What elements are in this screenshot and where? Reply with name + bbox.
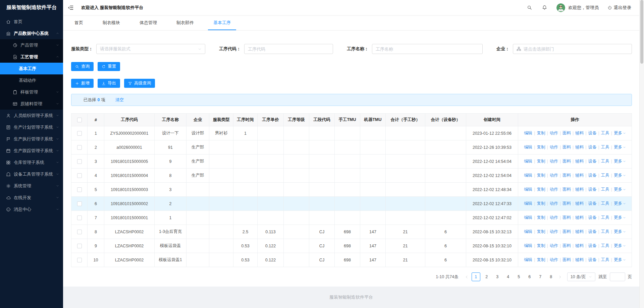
sidebar-item-11[interactable]: 生产跟踪管理子系统	[0, 145, 63, 157]
page-button-7[interactable]: 7	[536, 272, 545, 281]
sidebar-item-12[interactable]: 仓库管理子系统	[0, 157, 63, 168]
table-row[interactable]: 7109180101500000112022-12-02 12:47:02编辑|…	[71, 211, 632, 225]
row-action-5[interactable]: 设备	[588, 215, 596, 221]
sidebar-item-4[interactable]: 基本工序	[0, 63, 63, 74]
sidebar-item-13[interactable]: 设备工具管理子系统	[0, 168, 63, 180]
table-row[interactable]: 410918010150000048生产部2022-12-02 12:54:04…	[71, 169, 632, 183]
row-action-5[interactable]: 设备	[588, 144, 596, 150]
row-action-4[interactable]: 辅料	[575, 159, 584, 164]
sidebar-item-6[interactable]: 样板管理	[0, 86, 63, 98]
row-action-4[interactable]: 辅料	[575, 173, 584, 178]
row-action-3[interactable]: 面料	[562, 130, 571, 136]
table-row[interactable]: 8LZACSHP00021-3合后育克2.50.113CJ69814721620…	[71, 225, 632, 239]
tab-0[interactable]: 首页	[72, 15, 85, 30]
row-action-4[interactable]: 辅料	[575, 130, 584, 136]
menu-fold-icon[interactable]	[68, 5, 74, 11]
row-action-6[interactable]: 工具	[601, 187, 609, 192]
row-action-5[interactable]: 设备	[588, 243, 596, 249]
row-action-1[interactable]: 复制	[537, 215, 545, 221]
page-button-2[interactable]: 2	[482, 272, 491, 281]
row-action-6[interactable]: 工具	[601, 257, 609, 263]
row-action-2[interactable]: 动作	[550, 144, 558, 150]
row-action-4[interactable]: 辅料	[575, 144, 584, 150]
row-action-2[interactable]: 动作	[550, 201, 558, 206]
row-action-4[interactable]: 辅料	[575, 229, 584, 235]
page-button-5[interactable]: 5	[515, 272, 523, 281]
row-action-4[interactable]: 辅料	[575, 187, 584, 192]
row-checkbox[interactable]	[77, 159, 82, 164]
row-action-2[interactable]: 动作	[550, 187, 558, 192]
process-code-input[interactable]	[248, 44, 329, 54]
sidebar-item-10[interactable]: 生产执行管理子系统	[0, 133, 63, 145]
row-action-1[interactable]: 复制	[537, 187, 545, 192]
row-action-0[interactable]: 编辑	[524, 144, 532, 150]
tab-4[interactable]: 基本工序	[211, 15, 233, 30]
table-row[interactable]: 1ZYSJ000002000001设计一下设计部男衬衫12023-01-12 2…	[71, 126, 632, 140]
page-button-1[interactable]: 1	[472, 272, 480, 281]
select-all-checkbox[interactable]	[77, 118, 82, 122]
row-action-2[interactable]: 动作	[550, 229, 558, 235]
row-action-7[interactable]: 更多	[614, 229, 626, 235]
row-action-0[interactable]: 编辑	[524, 187, 532, 192]
row-action-7[interactable]: 更多	[614, 187, 626, 192]
process-name-input[interactable]	[376, 44, 479, 54]
row-action-3[interactable]: 面料	[562, 159, 571, 164]
row-checkbox[interactable]	[77, 145, 82, 150]
row-checkbox[interactable]	[77, 201, 82, 206]
advanced-search-button[interactable]: 高级查询	[124, 79, 155, 88]
row-action-2[interactable]: 动作	[550, 257, 558, 263]
row-action-6[interactable]: 工具	[601, 243, 609, 249]
next-page-button[interactable]	[556, 272, 564, 281]
sidebar-item-5[interactable]: 基础动作	[0, 74, 63, 86]
jump-page-input[interactable]	[610, 272, 625, 281]
avatar[interactable]	[556, 3, 565, 12]
table-row[interactable]: 2a002600000191生产部2022-12-26 10:39:53编辑|复…	[71, 140, 632, 155]
row-action-3[interactable]: 面料	[562, 229, 571, 235]
row-action-7[interactable]: 更多	[614, 144, 626, 150]
logout-button[interactable]: 退出登录	[607, 5, 631, 11]
row-action-3[interactable]: 面料	[562, 187, 571, 192]
reset-button[interactable]: 重置	[98, 62, 120, 71]
row-action-1[interactable]: 复制	[537, 130, 545, 136]
row-action-4[interactable]: 辅料	[575, 257, 584, 263]
row-action-2[interactable]: 动作	[550, 243, 558, 249]
row-action-7[interactable]: 更多	[614, 257, 626, 263]
row-action-0[interactable]: 编辑	[524, 201, 532, 206]
row-action-6[interactable]: 工具	[601, 229, 609, 235]
sidebar-item-2[interactable]: 产品管理	[0, 39, 63, 51]
row-action-2[interactable]: 动作	[550, 215, 558, 221]
tab-3[interactable]: 制衣部件	[174, 15, 196, 30]
row-action-1[interactable]: 复制	[537, 144, 545, 150]
row-action-3[interactable]: 面料	[562, 257, 571, 263]
row-checkbox[interactable]	[77, 244, 82, 248]
row-action-7[interactable]: 更多	[614, 130, 626, 136]
row-action-3[interactable]: 面料	[562, 144, 571, 150]
row-action-6[interactable]: 工具	[601, 159, 609, 164]
row-action-0[interactable]: 编辑	[524, 215, 532, 221]
sidebar-item-15[interactable]: 在线开发	[0, 192, 63, 203]
sidebar-item-14[interactable]: 系统管理	[0, 180, 63, 192]
row-action-0[interactable]: 编辑	[524, 229, 532, 235]
row-action-1[interactable]: 复制	[537, 201, 545, 206]
company-tree-select[interactable]	[513, 44, 632, 54]
row-action-0[interactable]: 编辑	[524, 130, 532, 136]
tab-2[interactable]: 体态管理	[138, 15, 159, 30]
row-action-0[interactable]: 编辑	[524, 257, 532, 263]
row-action-6[interactable]: 工具	[601, 144, 609, 150]
row-action-6[interactable]: 工具	[601, 215, 609, 221]
prev-page-button[interactable]	[463, 272, 471, 281]
row-action-7[interactable]: 更多	[614, 201, 626, 206]
sidebar-item-9[interactable]: 生产计划管理子系统	[0, 121, 63, 133]
search-icon[interactable]	[527, 5, 532, 10]
row-action-5[interactable]: 设备	[588, 173, 596, 178]
row-action-4[interactable]: 辅料	[575, 243, 584, 249]
row-action-2[interactable]: 动作	[550, 173, 558, 178]
table-row[interactable]: 5109180101500000332022-12-02 12:48:34编辑|…	[71, 183, 632, 197]
row-action-2[interactable]: 动作	[550, 130, 558, 136]
row-action-5[interactable]: 设备	[588, 201, 596, 206]
row-action-3[interactable]: 面料	[562, 201, 571, 206]
row-action-3[interactable]: 面料	[562, 215, 571, 221]
row-action-6[interactable]: 工具	[601, 130, 609, 136]
row-action-7[interactable]: 更多	[614, 159, 626, 164]
row-action-6[interactable]: 工具	[601, 173, 609, 178]
